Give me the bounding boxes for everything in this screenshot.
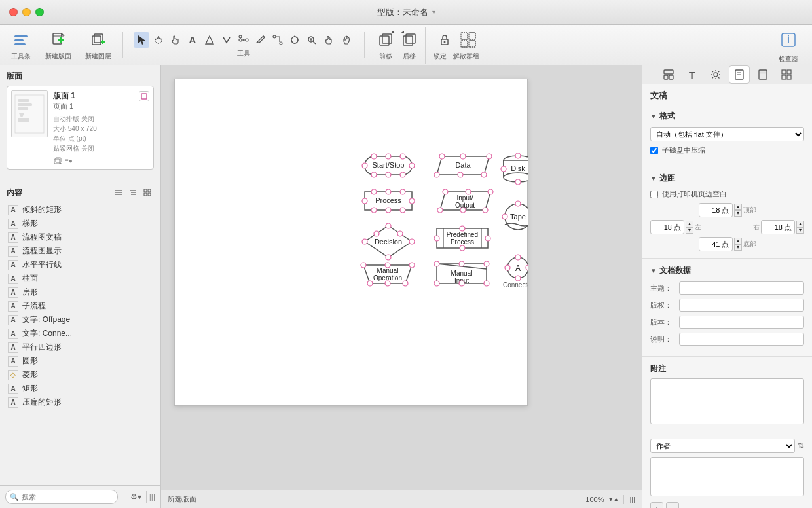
- author-btn-row: + −: [650, 502, 804, 508]
- list-view-button[interactable]: [112, 186, 125, 199]
- list-item[interactable]: A 圆形: [7, 354, 154, 368]
- svg-point-103: [362, 198, 367, 204]
- note-textarea[interactable]: [650, 378, 804, 424]
- list-item[interactable]: A 倾斜的矩形: [7, 203, 154, 217]
- flowchart-svg: Start/Stop Data: [175, 79, 528, 354]
- margin-top-input[interactable]: [699, 203, 733, 217]
- lasso-tool[interactable]: [151, 32, 166, 48]
- margin-bottom-up-button[interactable]: ▴: [734, 238, 742, 244]
- svg-point-170: [385, 263, 390, 268]
- new-page-button[interactable]: [48, 29, 69, 50]
- list-item[interactable]: A 梯形: [7, 217, 154, 230]
- lock-button[interactable]: [434, 29, 455, 50]
- minimize-button[interactable]: [22, 8, 31, 16]
- list-item[interactable]: A 房形: [7, 285, 154, 299]
- toolbar-separator-2: [364, 32, 365, 58]
- shape-tool[interactable]: [202, 32, 217, 48]
- margin-right-input[interactable]: [761, 220, 795, 234]
- page-select-button[interactable]: [139, 91, 149, 101]
- canvas-scroll[interactable]: Start/Stop Data: [161, 65, 642, 490]
- page-item[interactable]: 版面 1 页面 1 自动排版 关闭 大小 540 x 720 单位 点 (pt)…: [7, 86, 154, 170]
- list-item[interactable]: A 水平平行线: [7, 258, 154, 272]
- tab-page[interactable]: [729, 65, 750, 84]
- list-item[interactable]: A 流程图文稿: [7, 230, 154, 244]
- list-item[interactable]: A 文字: Conne...: [7, 327, 154, 340]
- svg-text:Data: Data: [455, 161, 471, 169]
- description-input[interactable]: [679, 333, 804, 346]
- margin-left-up-button[interactable]: ▴: [686, 221, 693, 227]
- compress-checkbox[interactable]: [650, 147, 658, 154]
- list-item[interactable]: A 文字: Offpage: [7, 313, 154, 327]
- svg-point-117: [437, 208, 443, 213]
- settings-button[interactable]: ⚙▾: [129, 490, 143, 504]
- list-item[interactable]: A 柱面: [7, 272, 154, 285]
- tab-settings[interactable]: [705, 65, 726, 84]
- version-input[interactable]: [679, 316, 804, 329]
- author-select[interactable]: 作者: [650, 439, 795, 453]
- select-tool[interactable]: [134, 32, 149, 48]
- outline-view-button[interactable]: [126, 186, 139, 199]
- zoom-down-button[interactable]: ▾: [609, 495, 613, 503]
- printer-margin-checkbox[interactable]: [650, 190, 658, 198]
- page-thumb-content: [12, 91, 47, 137]
- margin-right-down-button[interactable]: ▾: [796, 227, 804, 234]
- zoom-up-button[interactable]: ▴: [614, 495, 618, 503]
- margin-section-header[interactable]: ▼ 边距: [650, 173, 804, 184]
- grid-view-button[interactable]: [141, 186, 154, 199]
- list-item[interactable]: A 平行四边形: [7, 340, 154, 354]
- author-add-button[interactable]: +: [650, 502, 663, 508]
- angle-tool[interactable]: [219, 32, 234, 48]
- new-layer-button[interactable]: [88, 29, 109, 50]
- margin-left-input[interactable]: [650, 220, 684, 234]
- doc-data-title-group: ▼ 文档数据: [650, 265, 691, 276]
- author-textarea[interactable]: [650, 457, 804, 496]
- title-chevron-icon[interactable]: ▾: [432, 9, 435, 16]
- margin-right-up-button[interactable]: ▴: [796, 221, 804, 227]
- author-remove-button[interactable]: −: [666, 502, 679, 508]
- toolsbar-button[interactable]: [10, 29, 31, 50]
- tab-text[interactable]: T: [682, 65, 703, 84]
- svg-point-149: [505, 265, 510, 270]
- margin-bottom-down-button[interactable]: ▾: [734, 244, 742, 251]
- page-nav-prev[interactable]: |||: [629, 496, 635, 503]
- pan-tool[interactable]: [168, 32, 183, 48]
- tools-label: 工具: [237, 49, 250, 58]
- touch-tool[interactable]: [338, 32, 354, 48]
- maximize-button[interactable]: [35, 8, 44, 16]
- connector-style-tool[interactable]: [270, 32, 286, 48]
- zoom-tool[interactable]: [304, 32, 320, 48]
- format-select[interactable]: 自动（包括 flat 文件）: [650, 127, 804, 141]
- item-label-11: 平行四边形: [22, 342, 62, 353]
- forward-button[interactable]: [375, 29, 396, 50]
- tab-doc[interactable]: [752, 65, 773, 84]
- ungroup-label: 解散群组: [453, 52, 479, 61]
- theme-input[interactable]: [679, 281, 804, 295]
- list-item[interactable]: A 流程图显示: [7, 244, 154, 258]
- hand-tool[interactable]: [321, 32, 337, 48]
- ungroup-button[interactable]: [458, 29, 479, 50]
- loop-tool[interactable]: [287, 32, 303, 48]
- search-input[interactable]: [5, 490, 118, 504]
- margin-top-down-button[interactable]: ▾: [734, 210, 742, 217]
- list-item[interactable]: ◇ 菱形: [7, 368, 154, 382]
- layer-button[interactable]: ≡●: [53, 156, 149, 165]
- close-button[interactable]: [9, 8, 18, 16]
- panels-title: 版面: [7, 71, 154, 82]
- back-button[interactable]: [399, 29, 420, 50]
- inspector-button[interactable]: i: [775, 27, 802, 53]
- text-tool[interactable]: A: [185, 32, 200, 48]
- edit-tool[interactable]: [253, 32, 268, 48]
- connection-tool[interactable]: [236, 32, 251, 48]
- copyright-input[interactable]: [679, 299, 804, 312]
- margin-top-up-button[interactable]: ▴: [734, 204, 742, 210]
- tab-layout[interactable]: [658, 65, 679, 84]
- format-section-header[interactable]: ▼ 格式: [650, 111, 804, 122]
- list-item[interactable]: A 矩形: [7, 382, 154, 395]
- margin-left-down-button[interactable]: ▾: [686, 227, 693, 234]
- margin-bottom-input[interactable]: [699, 237, 733, 251]
- item-label-4: 流程图显示: [22, 245, 62, 257]
- list-item[interactable]: A 压扁的矩形: [7, 395, 154, 409]
- sidebar-collapse-handle[interactable]: |||: [149, 492, 155, 501]
- tab-grid[interactable]: [776, 65, 797, 84]
- list-item[interactable]: A 子流程: [7, 299, 154, 313]
